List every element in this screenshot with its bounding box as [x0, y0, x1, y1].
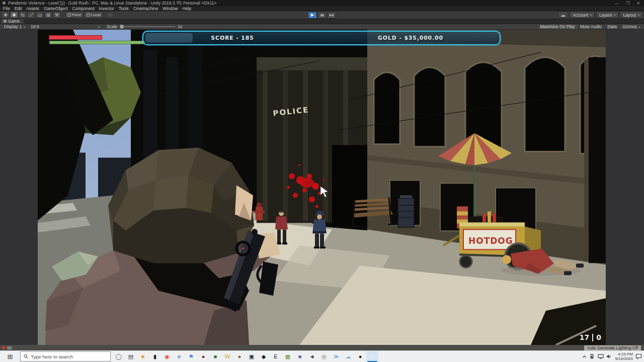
move-tool[interactable]: ✚ [10, 12, 18, 18]
menu-assets[interactable]: Assets [26, 6, 39, 11]
chevron-down-icon: ▾ [590, 13, 592, 17]
menu-gameobject[interactable]: GameObject [44, 6, 68, 11]
aspect-ratio-dropdown[interactable]: 16:9▾ [28, 24, 103, 29]
unity-editor-icon[interactable]: ◇ [366, 351, 378, 362]
cortana-icon[interactable]: ◯ [113, 351, 125, 362]
app-green-icon: ■ [214, 353, 217, 359]
volume-app-icon: ◄ [309, 353, 315, 359]
cloud-button[interactable]: ☁ [558, 12, 569, 18]
close-button[interactable]: ✕ [636, 1, 640, 6]
layers-dropdown[interactable]: Layers▾ [596, 12, 619, 18]
local-icon [87, 13, 90, 17]
console-error-count[interactable]: 50 [7, 345, 12, 350]
unity-title-bar: Pandemic Violence - Level [1] - Gold Rus… [0, 0, 644, 6]
camera-app-icon[interactable]: ◎ [318, 351, 330, 362]
ammo-divider [592, 334, 593, 341]
rect-tool[interactable]: ▭ [36, 12, 44, 18]
menu-invector[interactable]: Invector [99, 6, 114, 11]
rotate-tool[interactable]: ↻ [19, 12, 27, 18]
inkscape-icon[interactable]: ◆ [258, 351, 270, 362]
app-brown-icon[interactable]: ● [233, 351, 246, 362]
maximize-button[interactable]: ❐ [626, 1, 629, 6]
task-view-icon[interactable]: ▤ [125, 351, 137, 362]
minecraft-icon[interactable]: ▦ [282, 351, 294, 362]
game-scene: POLICE [38, 30, 606, 345]
gizmos-dropdown[interactable]: Gizmos▾ [619, 24, 642, 29]
system-tray: 4:23 PM 5/19/2020 [582, 351, 644, 362]
hotdog-sign: HOTDOG [468, 236, 513, 246]
menu-help[interactable]: Help [183, 6, 191, 11]
menu-component[interactable]: Component [72, 6, 95, 11]
network-icon[interactable] [598, 354, 604, 359]
edge-icon[interactable]: e [173, 351, 185, 362]
mail-icon: ⚑ [189, 353, 194, 360]
start-button[interactable]: ⊞ [0, 351, 20, 362]
taskbar-search[interactable] [20, 351, 111, 361]
maximize-on-play-button[interactable]: Maximize On Play [537, 24, 578, 29]
epic-games-icon[interactable]: E [270, 351, 282, 362]
mute-audio-button[interactable]: Mute Audio [577, 24, 604, 29]
local-toggle[interactable]: Local [84, 12, 103, 18]
scale-track[interactable] [120, 26, 175, 27]
hud-top-bar: SCORE - 185 GOLD - $35,000.00 [142, 31, 501, 45]
taskbar-clock[interactable]: 4:23 PM 5/19/2020 [615, 352, 633, 361]
notification-center-icon[interactable] [635, 353, 642, 359]
play-button[interactable]: ▶ [308, 12, 317, 19]
console-error-icon[interactable] [2, 346, 6, 349]
scale-knob[interactable] [120, 25, 124, 29]
scale-tool[interactable]: ⤢ [27, 12, 35, 18]
tray-chevron-icon[interactable] [582, 354, 587, 359]
chevron-down-icon: ▾ [98, 25, 100, 29]
account-dropdown[interactable]: Account▾ [570, 12, 595, 18]
scale-slider[interactable]: Scale 1x [103, 24, 186, 29]
custom-tool[interactable]: ⚒ [53, 12, 61, 18]
battery-icon[interactable] [589, 354, 595, 359]
app-purple-icon[interactable]: ■ [294, 351, 306, 362]
menu-bar: FileEditAssetsGameObjectComponentInvecto… [0, 6, 644, 11]
chrome-icon: ◉ [165, 353, 170, 360]
volume-app-icon[interactable]: ◄ [306, 351, 318, 362]
hand-tool[interactable]: ✥ [2, 12, 10, 18]
onedrive-icon[interactable]: ☁ [342, 351, 354, 362]
transform-tools: ✥✚↻⤢▭⊞⚒ [2, 12, 61, 18]
stats-button[interactable]: Stats [604, 24, 619, 29]
search-icon [24, 354, 28, 359]
menu-edit[interactable]: Edit [15, 6, 22, 11]
unity-status-bar: 50 Auto Generate Lighting Off [0, 345, 644, 350]
grid-snap-button[interactable]: ⊹ [106, 12, 114, 18]
file-explorer-icon[interactable]: ■ [137, 351, 149, 362]
chrome-icon[interactable]: ◉ [161, 351, 173, 362]
menu-file[interactable]: File [3, 6, 10, 11]
chevron-down-icon: ▾ [638, 25, 640, 29]
search-input[interactable] [31, 354, 107, 359]
speaker-icon[interactable] [606, 354, 612, 359]
app-gold-w-icon[interactable]: W [221, 351, 233, 362]
transform-tool[interactable]: ⊞ [44, 12, 52, 18]
cortana-icon: ◯ [116, 353, 122, 360]
game-render[interactable]: POLICE [38, 30, 606, 345]
display-dropdown[interactable]: Display 1▾ [2, 24, 28, 29]
layout-dropdown[interactable]: Layout▾ [620, 12, 642, 18]
chevron-down-icon: ▾ [614, 13, 615, 17]
pivot-toggle[interactable]: Pivot [65, 12, 84, 18]
app-dark-icon[interactable]: ▣ [246, 351, 258, 362]
pause-button[interactable]: ▮▮ [317, 12, 327, 19]
epic-games-icon: E [274, 353, 277, 359]
game-tab-icon [4, 20, 7, 23]
app-green-icon[interactable]: ■ [209, 351, 221, 362]
menu-window[interactable]: Window [163, 6, 178, 11]
chevron-down-icon: ▾ [24, 25, 25, 29]
menu-tools[interactable]: Tools [119, 6, 129, 11]
step-button[interactable]: ▶▮ [327, 12, 336, 19]
hud-portrait-slot [145, 33, 193, 43]
tab-game[interactable]: Game [1, 19, 24, 24]
store-icon: ▮ [153, 353, 156, 360]
share-app-icon[interactable]: ≫ [330, 351, 342, 362]
app-oval-icon[interactable]: ● [354, 351, 366, 362]
clock-date: 5/19/2020 [615, 356, 633, 361]
app-maroon-icon[interactable]: ● [197, 351, 209, 362]
minimize-button[interactable]: — [615, 1, 619, 6]
menu-cinemachine[interactable]: Cinemachine [133, 6, 158, 11]
mail-icon[interactable]: ⚑ [185, 351, 197, 362]
store-icon[interactable]: ▮ [149, 351, 161, 362]
